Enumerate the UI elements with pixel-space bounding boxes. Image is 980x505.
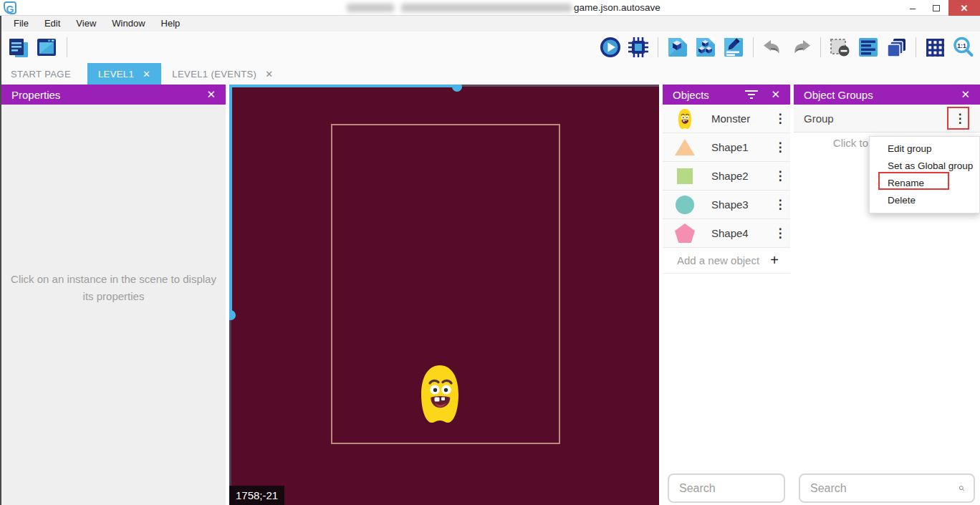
tab-start-page[interactable]: START PAGE (0, 63, 82, 85)
triangle-thumbnail (674, 139, 696, 155)
object-name: Shape2 (711, 170, 770, 182)
close-tab-icon[interactable]: ✕ (143, 69, 150, 80)
object-groups-icon[interactable] (693, 35, 718, 59)
gdevelop-window: G game.json.autosave – ✕ File Edit View … (0, 0, 980, 505)
object-menu-dots-icon[interactable]: ⋮ (770, 226, 790, 241)
filter-icon[interactable] (745, 88, 758, 101)
object-name: Shape4 (711, 227, 770, 239)
toolbar-separator (67, 37, 67, 57)
object-name: Shape3 (711, 198, 770, 211)
menu-item-delete[interactable]: Delete (870, 192, 979, 209)
menu-view[interactable]: View (68, 16, 104, 32)
tab-bar: START PAGE LEVEL1 ✕ LEVEL1 (EVENTS) ✕ (0, 63, 980, 85)
object-menu-dots-icon[interactable]: ⋮ (770, 111, 790, 126)
close-window-button[interactable]: ✕ (948, 0, 980, 16)
group-name: Group (804, 112, 950, 125)
groups-search-box (799, 473, 975, 503)
menu-item-rename[interactable]: Rename (870, 175, 979, 192)
object-row-shape1[interactable]: Shape1 ⋮ (663, 133, 790, 162)
main-area: Properties ✕ Click on an instance in the… (0, 85, 980, 505)
properties-editor-icon[interactable] (721, 35, 746, 59)
object-menu-dots-icon[interactable]: ⋮ (770, 197, 790, 212)
horizontal-scrollbar-handle[interactable] (452, 85, 462, 92)
toolbar-separator (753, 37, 754, 57)
groups-search-input[interactable] (810, 482, 959, 495)
close-icon[interactable]: ✕ (958, 88, 973, 101)
close-tab-icon[interactable]: ✕ (265, 69, 273, 80)
objects-title: Objects (673, 89, 709, 101)
object-row-shape2[interactable]: Shape2 ⋮ (663, 162, 790, 191)
zoom-1-1-icon[interactable]: 1:1 (951, 35, 976, 59)
search-icon (959, 481, 965, 496)
tab-label: LEVEL1 (EVENTS) (172, 69, 256, 80)
add-new-object-button[interactable]: Add a new object + (663, 248, 790, 274)
tab-label: LEVEL1 (98, 69, 134, 80)
tab-level1[interactable]: LEVEL1 ✕ (87, 63, 161, 85)
group-menu-dots-icon[interactable]: ⋮ (950, 111, 970, 126)
object-menu-dots-icon[interactable]: ⋮ (770, 140, 790, 155)
title-bar: G game.json.autosave – ✕ (0, 0, 980, 16)
gdevelop-logo-icon: G (4, 1, 16, 14)
vertical-scrollbar[interactable] (229, 85, 232, 315)
object-groups-header: Object Groups ✕ (794, 85, 980, 105)
vertical-scrollbar-track[interactable] (229, 320, 231, 505)
square-thumbnail (674, 168, 696, 184)
menu-edit[interactable]: Edit (37, 16, 68, 32)
object-row-shape4[interactable]: Shape4 ⋮ (663, 219, 790, 248)
object-name: Shape1 (711, 141, 770, 153)
window-left-edge (0, 16, 1, 505)
objects-header: Objects ✕ (663, 85, 790, 105)
menu-window[interactable]: Window (104, 16, 153, 32)
restore-button[interactable] (926, 0, 947, 16)
tab-level1-events[interactable]: LEVEL1 (EVENTS) ✕ (161, 63, 284, 85)
object-row-shape3[interactable]: Shape3 ⋮ (663, 191, 790, 219)
debug-icon[interactable] (626, 35, 650, 59)
redo-icon[interactable] (789, 35, 813, 59)
scene-canvas[interactable]: 1758;-21 (229, 85, 659, 505)
toolbar-separator (820, 37, 821, 57)
menu-bar: File Edit View Window Help (0, 16, 980, 32)
toolbar-separator (916, 37, 916, 57)
groups-hint-text: Click to (794, 137, 868, 149)
properties-panel: Properties ✕ Click on an instance in the… (1, 85, 226, 505)
toolbar-separator (658, 37, 658, 57)
menu-item-edit-group[interactable]: Edit group (870, 140, 979, 158)
grid-icon[interactable] (923, 35, 948, 59)
project-manager-icon[interactable] (6, 35, 30, 59)
close-icon[interactable]: ✕ (203, 88, 218, 101)
monster-instance[interactable] (416, 363, 463, 425)
close-icon[interactable]: ✕ (768, 88, 783, 101)
object-name: Monster (711, 112, 770, 125)
layers-icon[interactable] (884, 35, 908, 59)
undo-icon[interactable] (761, 35, 785, 59)
plus-icon: + (770, 252, 779, 269)
vertical-scrollbar-handle[interactable] (229, 310, 236, 320)
minimize-button[interactable]: – (901, 0, 924, 16)
toolbar: 1:1 (0, 32, 980, 63)
preview-play-icon[interactable] (598, 35, 623, 59)
redacted-title-segment (401, 4, 572, 12)
mask-instances-icon[interactable] (828, 35, 852, 59)
add-new-object-label: Add a new object (677, 254, 770, 266)
horizontal-scrollbar-track[interactable] (462, 85, 659, 87)
menu-item-set-global-group[interactable]: Set as Global group (870, 158, 979, 175)
group-row[interactable]: Group ⋮ (794, 105, 980, 133)
properties-header: Properties ✕ (1, 85, 226, 105)
objects-panel: Objects ✕ Monster ⋮ Shape1 ⋮ (663, 85, 790, 505)
horizontal-scrollbar[interactable] (229, 85, 457, 87)
start-page-icon[interactable] (34, 35, 59, 59)
menu-help[interactable]: Help (153, 16, 188, 32)
pentagon-thumbnail (674, 223, 696, 243)
properties-title: Properties (11, 89, 60, 101)
objects-search-box (668, 473, 785, 503)
tab-label: START PAGE (11, 69, 71, 80)
window-title: game.json.autosave (574, 0, 660, 16)
menu-file[interactable]: File (6, 16, 37, 32)
properties-hint-text: Click on an instance in the scene to dis… (9, 271, 218, 305)
svg-text:1:1: 1:1 (957, 42, 966, 49)
objects-editor-icon[interactable] (666, 35, 690, 59)
object-row-monster[interactable]: Monster ⋮ (663, 105, 790, 133)
object-groups-title: Object Groups (804, 89, 873, 101)
instances-list-icon[interactable] (856, 35, 880, 59)
object-menu-dots-icon[interactable]: ⋮ (770, 168, 790, 183)
